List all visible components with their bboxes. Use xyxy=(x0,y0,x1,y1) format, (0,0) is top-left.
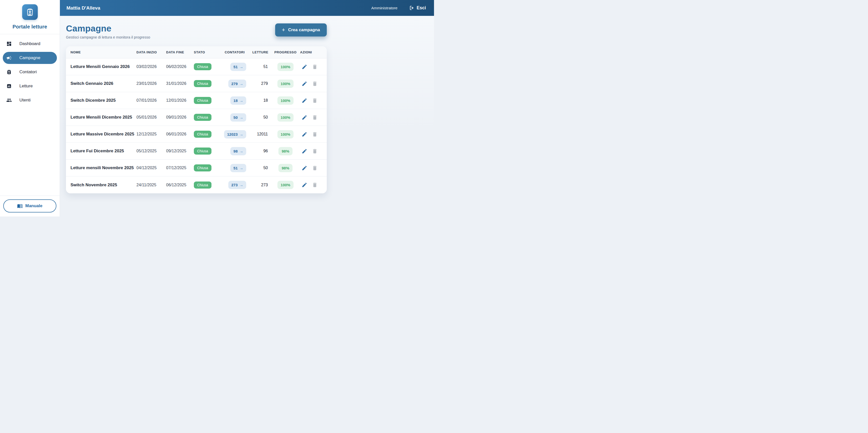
status-cell: Chiusa xyxy=(194,97,217,104)
manual-button[interactable]: Manuale xyxy=(3,199,56,213)
delete-button[interactable] xyxy=(312,131,318,137)
counters-link[interactable]: 98 → xyxy=(230,147,246,155)
status-badge: Chiusa xyxy=(194,131,212,138)
actions-cell xyxy=(300,131,323,137)
edit-button[interactable] xyxy=(302,131,307,137)
sidebar-item-label: Letture xyxy=(20,84,33,89)
campaign-start-date: 04/12/2025 xyxy=(136,166,166,170)
create-campaign-button[interactable]: + Crea campagna xyxy=(275,23,327,36)
progress-cell: 98% xyxy=(271,164,300,172)
campaign-name: Letture Mensili Dicembre 2025 xyxy=(70,115,136,120)
arrow-right-icon: → xyxy=(239,65,243,69)
logo-block: Portale letture xyxy=(0,0,60,30)
counters-cell: 279 → xyxy=(217,80,247,88)
status-badge: Chiusa xyxy=(194,97,212,104)
edit-button[interactable] xyxy=(302,98,307,103)
status-cell: Chiusa xyxy=(194,131,217,138)
column-header-nome: Nome xyxy=(70,50,136,54)
counters-link[interactable]: 51 → xyxy=(230,63,246,71)
sidebar-item-label: Campagne xyxy=(20,55,40,60)
status-cell: Chiusa xyxy=(194,80,217,87)
arrow-right-icon: → xyxy=(239,82,243,86)
counters-link[interactable]: 51 → xyxy=(230,164,246,172)
sidebar-item-label: Contatori xyxy=(20,69,37,74)
counters-link[interactable]: 18 → xyxy=(230,96,246,105)
status-badge: Chiusa xyxy=(194,80,212,87)
sidebar-item-utenti[interactable]: Utenti xyxy=(3,94,57,106)
sidebar-item-label: Dashboard xyxy=(20,41,40,46)
arrow-right-icon: → xyxy=(239,132,243,136)
table-row: Letture Mensili Dicembre 2025 05/01/2026… xyxy=(66,109,327,126)
logout-label: Esci xyxy=(416,5,426,10)
sidebar-item-dashboard[interactable]: Dashboard xyxy=(3,38,57,50)
actions-cell xyxy=(300,148,323,154)
campaign-start-date: 03/02/2026 xyxy=(136,64,166,69)
sidebar-menu: Dashboard Campagne xyxy=(0,34,60,106)
campaign-start-date: 24/11/2025 xyxy=(136,183,166,187)
delete-button[interactable] xyxy=(312,81,318,87)
sidebar-item-letture[interactable]: Letture xyxy=(3,80,57,92)
counters-link[interactable]: 12023 → xyxy=(224,130,246,138)
logout-button[interactable]: Esci xyxy=(409,5,426,10)
column-header-progresso: Progresso xyxy=(271,50,300,54)
delete-button[interactable] xyxy=(312,98,318,103)
progress-cell: 100% xyxy=(271,181,300,189)
counters-value: 51 xyxy=(234,65,238,69)
campaign-name: Letture Mensili Gennaio 2026 xyxy=(70,64,136,69)
table-row: Switch Gennaio 2026 23/01/2026 31/01/202… xyxy=(66,75,327,92)
edit-button[interactable] xyxy=(302,64,307,70)
table-row: Letture mensili Novembre 2025 04/12/2025… xyxy=(66,160,327,177)
counters-value: 12023 xyxy=(227,132,238,136)
delete-button[interactable] xyxy=(312,115,318,120)
campaign-end-date: 06/01/2026 xyxy=(166,132,194,136)
topbar: Mattia D'Alleva Amministratore Esci xyxy=(60,0,434,16)
campaign-start-date: 07/01/2026 xyxy=(136,98,166,103)
sidebar-item-label: Utenti xyxy=(20,98,30,103)
delete-button[interactable] xyxy=(312,64,318,70)
counters-link[interactable]: 279 → xyxy=(228,80,246,88)
column-header-azioni: Azioni xyxy=(300,50,323,54)
edit-button[interactable] xyxy=(302,148,307,154)
delete-button[interactable] xyxy=(312,165,318,171)
readings-value: 12011 xyxy=(247,132,271,136)
actions-cell xyxy=(300,182,323,188)
campaign-end-date: 09/12/2025 xyxy=(166,149,194,153)
column-header-contatori: Contatori xyxy=(217,50,247,54)
arrow-right-icon: → xyxy=(239,116,243,119)
campaign-name: Letture mensili Novembre 2025 xyxy=(70,165,136,171)
sidebar-item-campagne[interactable]: Campagne xyxy=(3,52,57,64)
counters-link[interactable]: 273 → xyxy=(228,181,246,189)
campaign-start-date: 05/01/2026 xyxy=(136,115,166,120)
actions-cell xyxy=(300,165,323,171)
status-badge: Chiusa xyxy=(194,63,212,70)
clipboard-pin-icon xyxy=(25,7,35,17)
readings-value: 96 xyxy=(247,149,271,153)
content: Campagne Gestisci campagne di lettura e … xyxy=(60,16,327,193)
counters-value: 273 xyxy=(231,183,238,187)
logout-icon xyxy=(409,5,414,10)
column-header-stato: Stato xyxy=(194,50,217,54)
status-badge: Chiusa xyxy=(194,148,212,155)
column-header-letture: Letture xyxy=(247,50,271,54)
edit-button[interactable] xyxy=(302,81,307,87)
status-cell: Chiusa xyxy=(194,148,217,155)
edit-button[interactable] xyxy=(302,182,307,188)
counters-cell: 51 → xyxy=(217,164,247,172)
table-row: Switch Dicembre 2025 07/01/2026 12/01/20… xyxy=(66,92,327,109)
progress-cell: 100% xyxy=(271,130,300,138)
progress-cell: 100% xyxy=(271,113,300,122)
table-row: Letture Fui Dicembre 2025 05/12/2025 09/… xyxy=(66,143,327,160)
delete-button[interactable] xyxy=(312,148,318,154)
edit-button[interactable] xyxy=(302,165,307,171)
progress-badge: 100% xyxy=(277,130,293,138)
sidebar-item-contatori[interactable]: Contatori xyxy=(3,66,57,78)
counters-value: 279 xyxy=(231,82,238,86)
dashboard-icon xyxy=(6,41,12,47)
counters-link[interactable]: 50 → xyxy=(230,113,246,122)
readings-value: 18 xyxy=(247,98,271,103)
progress-badge: 98% xyxy=(278,147,292,155)
counters-cell: 98 → xyxy=(217,147,247,155)
edit-button[interactable] xyxy=(302,115,307,120)
counters-value: 51 xyxy=(234,166,238,170)
delete-button[interactable] xyxy=(312,182,318,188)
